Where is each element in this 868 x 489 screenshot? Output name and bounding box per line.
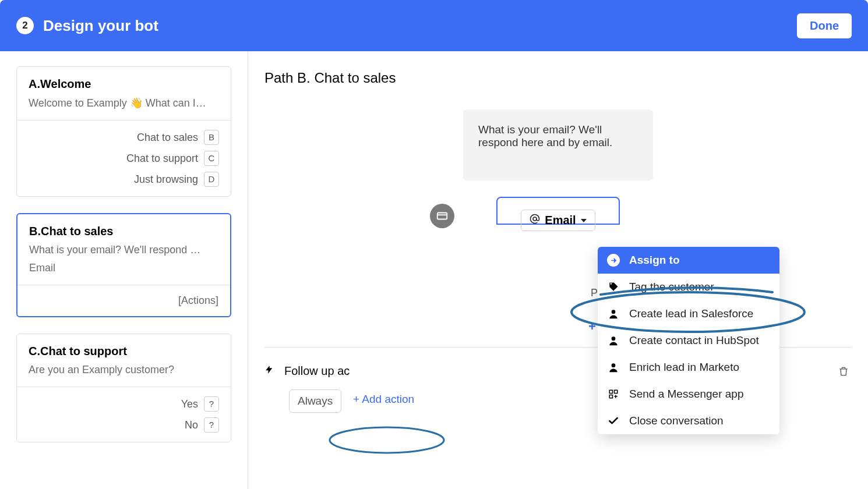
badge-b: B bbox=[204, 130, 219, 145]
dd-label: Enrich lead in Marketo bbox=[629, 361, 739, 374]
dd-close-conversation[interactable]: Close conversation bbox=[598, 408, 779, 434]
dd-label: Tag the customer bbox=[629, 281, 714, 293]
path-card-a[interactable]: A.Welcome Welcome to Examply 👋 What can … bbox=[16, 66, 231, 197]
user-icon bbox=[607, 335, 620, 346]
page-title: Design your bot bbox=[43, 17, 158, 35]
chevron-down-icon bbox=[581, 219, 587, 222]
dd-enrich-marketo[interactable]: Enrich lead in Marketo bbox=[598, 354, 779, 381]
svg-point-4 bbox=[612, 336, 616, 341]
email-field-chip[interactable]: Email bbox=[521, 210, 595, 231]
message-bubble[interactable]: What is your email? We'll respond here a… bbox=[463, 109, 653, 180]
dd-messenger-app[interactable]: Send a Messenger app bbox=[598, 381, 779, 408]
bolt-icon bbox=[264, 364, 274, 378]
delete-button[interactable] bbox=[838, 365, 852, 378]
editor-title: Path B. Chat to sales bbox=[264, 70, 852, 86]
builder-header: 2 Design your bot Done bbox=[0, 0, 868, 51]
check-icon bbox=[607, 415, 620, 427]
path-c-option-yes[interactable]: Yes ? bbox=[29, 396, 219, 412]
action-dropdown[interactable]: Assign to Tag the customer Create lead i… bbox=[598, 247, 779, 434]
input-collector-block[interactable]: Email bbox=[496, 197, 620, 225]
svg-point-3 bbox=[612, 310, 616, 314]
add-action-button[interactable]: + Add action bbox=[350, 392, 418, 407]
dd-label: Create contact in HubSpot bbox=[629, 334, 759, 347]
path-a-option-d[interactable]: Just browsing D bbox=[29, 172, 219, 187]
condition-always-pill[interactable]: Always bbox=[289, 389, 341, 413]
path-b-sub1: What is your email? We'll respond … bbox=[29, 244, 218, 256]
annotation-ellipse-add-action bbox=[324, 421, 446, 456]
done-button[interactable]: Done bbox=[797, 13, 852, 38]
svg-point-5 bbox=[612, 363, 616, 367]
path-sidebar: A.Welcome Welcome to Examply 👋 What can … bbox=[0, 51, 248, 489]
svg-point-10 bbox=[330, 427, 444, 453]
input-block-icon bbox=[430, 204, 454, 228]
badge-yes: ? bbox=[204, 396, 219, 412]
at-icon bbox=[530, 214, 540, 227]
user-icon bbox=[607, 362, 620, 373]
svg-rect-8 bbox=[609, 395, 612, 398]
step-badge: 2 bbox=[16, 17, 34, 34]
path-editor: Path B. Chat to sales What is your email… bbox=[248, 51, 868, 489]
path-a-subtitle: Welcome to Examply 👋 What can I… bbox=[29, 97, 219, 109]
grid-icon bbox=[607, 389, 620, 399]
tag-icon bbox=[607, 281, 620, 293]
dd-assign-to[interactable]: Assign to bbox=[598, 247, 779, 274]
svg-point-2 bbox=[533, 217, 537, 221]
path-a-option-c[interactable]: Chat to support C bbox=[29, 151, 219, 166]
path-a-title: A.Welcome bbox=[29, 77, 219, 91]
dd-label: Send a Messenger app bbox=[629, 388, 743, 401]
badge-no: ? bbox=[204, 417, 219, 433]
dd-label: Close conversation bbox=[629, 414, 724, 427]
dd-tag-customer[interactable]: Tag the customer bbox=[598, 274, 779, 300]
user-icon bbox=[607, 308, 620, 320]
dd-label: Create lead in Salesforce bbox=[629, 307, 753, 320]
path-c-title: C.Chat to support bbox=[29, 345, 219, 358]
path-c-sub: Are you an Examply customer? bbox=[29, 364, 219, 376]
path-b-sub2: Email bbox=[29, 262, 218, 274]
svg-rect-6 bbox=[609, 390, 612, 393]
path-b-actions[interactable]: [Actions] bbox=[17, 285, 230, 316]
header-left: 2 Design your bot bbox=[16, 17, 158, 35]
path-card-b[interactable]: B.Chat to sales What is your email? We'l… bbox=[16, 213, 231, 317]
assign-icon bbox=[607, 254, 620, 267]
email-chip-label: Email bbox=[545, 214, 576, 227]
badge-d: D bbox=[204, 172, 219, 187]
path-c-option-no[interactable]: No ? bbox=[29, 417, 219, 433]
dd-create-salesforce[interactable]: Create lead in Salesforce bbox=[598, 300, 779, 327]
badge-c: C bbox=[204, 151, 219, 166]
dd-label: Assign to bbox=[629, 254, 680, 267]
path-b-title: B.Chat to sales bbox=[29, 225, 218, 238]
wave-emoji: 👋 bbox=[130, 97, 143, 109]
add-step-plus[interactable]: + bbox=[588, 319, 596, 334]
followup-title: Follow up ac bbox=[284, 364, 350, 378]
path-card-c[interactable]: C.Chat to support Are you an Examply cus… bbox=[16, 334, 231, 442]
dd-create-hubspot[interactable]: Create contact in HubSpot bbox=[598, 327, 779, 354]
svg-rect-0 bbox=[437, 213, 447, 219]
path-a-option-b[interactable]: Chat to sales B bbox=[29, 130, 219, 145]
svg-rect-7 bbox=[615, 390, 618, 393]
